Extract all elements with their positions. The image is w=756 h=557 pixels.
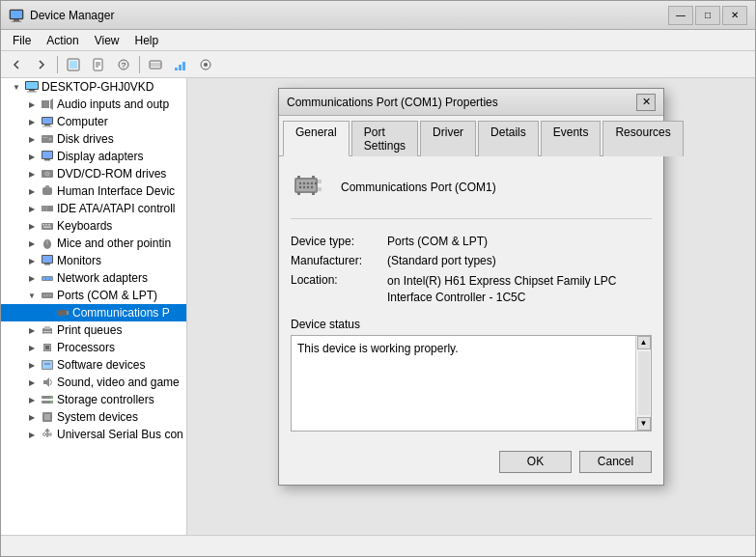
expand-icon[interactable]: ▶ <box>24 322 40 338</box>
list-item[interactable]: ▶ Sound, video and game <box>1 374 186 391</box>
toolbar-btn-8[interactable] <box>194 54 217 75</box>
manufacturer-row: Manufacturer: (Standard port types) <box>291 254 652 267</box>
svg-rect-33 <box>42 152 52 158</box>
list-item[interactable]: ▶ Universal Serial Bus con <box>1 426 186 443</box>
svg-rect-16 <box>179 65 182 70</box>
dialog-close-button[interactable]: ✕ <box>636 94 656 111</box>
audio-icon <box>40 97 55 112</box>
expand-icon[interactable]: ▶ <box>24 183 40 199</box>
list-item[interactable]: ▶ Audio inputs and outp <box>1 96 186 113</box>
scroll-up-button[interactable]: ▲ <box>637 336 651 349</box>
properties-dialog: Communications Port (COM1) Properties ✕ … <box>278 88 664 486</box>
list-item[interactable]: ▶ Human Interface Devic <box>1 182 186 200</box>
svg-rect-56 <box>50 277 52 280</box>
tab-general[interactable]: General <box>283 121 350 156</box>
dialog-body: Communications Port (COM1) Device type: … <box>279 156 663 443</box>
svg-point-37 <box>46 173 48 175</box>
disk-icon <box>40 131 55 147</box>
menu-file[interactable]: File <box>5 32 39 49</box>
tab-events[interactable]: Events <box>541 121 602 156</box>
tree-item-label: Network adapters <box>57 271 186 285</box>
location-row: Location: on Intel(R) H61 Express Chipse… <box>291 273 652 306</box>
svg-rect-38 <box>42 187 52 195</box>
title-bar-left: Device Manager <box>9 8 114 23</box>
list-item[interactable]: ▶ Disk drives <box>1 130 186 148</box>
expand-icon[interactable]: ▶ <box>24 375 40 390</box>
list-item[interactable]: ▶ Software devices <box>1 356 186 374</box>
svg-rect-65 <box>43 331 51 332</box>
expand-icon[interactable]: ▶ <box>24 149 40 164</box>
main-content: Communications Port (COM1) Properties ✕ … <box>187 78 755 535</box>
expand-icon[interactable]: ▶ <box>24 409 40 425</box>
expand-icon[interactable]: ▶ <box>24 270 40 286</box>
svg-rect-66 <box>43 333 51 334</box>
device-type-value: Ports (COM & LPT) <box>387 235 652 248</box>
list-item[interactable]: ▶ Display adapters <box>1 148 186 165</box>
forward-button[interactable] <box>30 54 53 75</box>
expand-icon[interactable]: ▶ <box>24 357 40 373</box>
tab-details[interactable]: Details <box>478 121 539 156</box>
tab-resources[interactable]: Resources <box>602 121 683 156</box>
menu-help[interactable]: Help <box>127 32 167 49</box>
svg-rect-12 <box>150 61 161 69</box>
list-item[interactable]: ▼ Ports (COM & LPT) <box>1 287 186 304</box>
close-button[interactable]: ✕ <box>722 6 747 25</box>
expand-icon[interactable]: ▶ <box>24 236 40 251</box>
list-item[interactable]: ▶ IDE ATA/ATAPI controll <box>1 200 186 217</box>
svg-point-91 <box>311 186 313 188</box>
expand-icon[interactable]: ▶ <box>24 131 40 147</box>
svg-rect-64 <box>44 326 50 329</box>
svg-rect-39 <box>45 185 49 188</box>
svg-rect-22 <box>29 90 35 92</box>
list-item[interactable]: ▶ Monitors <box>1 252 186 269</box>
list-item[interactable]: ▶ Network adapters <box>1 269 186 287</box>
expand-icon[interactable]: ▶ <box>24 166 40 181</box>
expand-icon[interactable]: ▶ <box>24 218 40 234</box>
expand-icon[interactable]: ▶ <box>24 201 40 216</box>
expand-icon[interactable]: ▶ <box>24 340 40 355</box>
dialog-tabs: General Port Settings Driver Details Eve… <box>279 116 663 156</box>
toolbar-btn-6[interactable] <box>144 54 167 75</box>
maximize-button[interactable]: □ <box>695 6 720 25</box>
expand-icon[interactable]: ▼ <box>24 288 40 303</box>
menu-action[interactable]: Action <box>39 32 86 49</box>
svg-point-88 <box>299 186 301 188</box>
svg-point-83 <box>299 182 301 184</box>
tree-root[interactable]: ▼ DESKTOP-GHJ0VKD <box>1 78 186 96</box>
tab-driver[interactable]: Driver <box>420 121 476 156</box>
svg-point-87 <box>315 182 317 184</box>
svg-point-85 <box>307 182 309 184</box>
back-button[interactable] <box>5 54 28 75</box>
list-item[interactable]: ▶ Mice and other pointin <box>1 235 186 252</box>
ok-button[interactable]: OK <box>499 451 572 473</box>
list-item[interactable]: Communications P <box>1 304 186 321</box>
expand-icon[interactable]: ▶ <box>24 97 40 112</box>
toolbar-btn-3[interactable] <box>62 54 85 75</box>
tree-item-label: Ports (COM & LPT) <box>57 289 186 302</box>
expand-icon[interactable]: ▼ <box>9 79 24 95</box>
expand-icon[interactable]: ▶ <box>24 392 40 407</box>
list-item[interactable]: ▶ Keyboards <box>1 217 186 235</box>
svg-rect-5 <box>70 61 77 69</box>
toolbar-btn-7[interactable] <box>169 54 192 75</box>
list-item[interactable]: ▶ Print queues <box>1 321 186 339</box>
cancel-button[interactable]: Cancel <box>579 451 652 473</box>
scroll-down-button[interactable]: ▼ <box>637 417 651 431</box>
list-item[interactable]: ▶ DVD/CD-ROM drives <box>1 165 186 182</box>
expand-icon[interactable]: ▶ <box>24 114 40 129</box>
toolbar-btn-4[interactable] <box>87 54 110 75</box>
expand-icon[interactable]: ▶ <box>24 427 40 442</box>
expand-icon[interactable] <box>40 305 55 320</box>
toolbar-btn-5[interactable]: ? <box>112 54 135 75</box>
minimize-button[interactable]: — <box>668 6 693 25</box>
menu-view[interactable]: View <box>87 32 127 49</box>
svg-rect-23 <box>27 92 37 93</box>
toolbar-separator-1 <box>57 56 58 73</box>
list-item[interactable]: ▶ System devices <box>1 408 186 426</box>
expand-icon[interactable]: ▶ <box>24 253 40 268</box>
svg-rect-34 <box>44 159 50 161</box>
list-item[interactable]: ▶ Computer <box>1 113 186 130</box>
list-item[interactable]: ▶ Storage controllers <box>1 391 186 408</box>
tab-port-settings[interactable]: Port Settings <box>351 121 418 156</box>
list-item[interactable]: ▶ Processors <box>1 339 186 356</box>
